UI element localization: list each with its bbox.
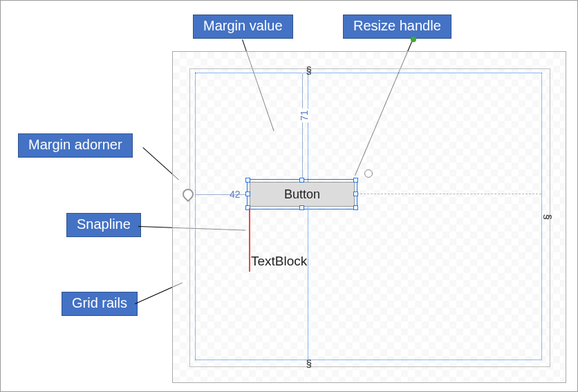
margin-line-top: [302, 73, 303, 182]
margin-stop: [195, 190, 196, 198]
grid-rail-grip-icon[interactable]: §: [306, 357, 312, 368]
selection-handle[interactable]: [353, 178, 358, 183]
grid-rail-grip-icon[interactable]: §: [306, 64, 312, 75]
grid-rail-grip-icon[interactable]: §: [543, 214, 554, 220]
snapline: [249, 208, 250, 272]
callout-resize-handle: Resize handle: [343, 15, 451, 39]
margin-line-left: [195, 194, 250, 195]
grid-rails[interactable]: [195, 73, 542, 360]
selection-handle[interactable]: [245, 192, 250, 196]
designer-surface[interactable]: § § § 42 71 Button TextBlock: [172, 51, 566, 383]
alignment-guide: [357, 194, 541, 194]
callout-grid-rails: Grid rails: [62, 292, 138, 316]
callout-snapline: Snapline: [66, 213, 141, 237]
selection-handle[interactable]: [353, 205, 358, 210]
selection-handle[interactable]: [353, 192, 358, 196]
selection-handle[interactable]: [245, 178, 250, 183]
selection-handle[interactable]: [299, 178, 304, 183]
margin-value-top: 71: [299, 109, 310, 122]
leader-line-endpoint-dot: [411, 37, 416, 42]
margin-value-left: 42: [230, 189, 241, 200]
callout-margin-adorner: Margin adorner: [18, 133, 133, 158]
designer-button-element[interactable]: Button: [250, 182, 355, 207]
designer-textblock-element[interactable]: TextBlock: [251, 254, 307, 269]
selection-handle[interactable]: [299, 205, 304, 210]
resize-handle-icon[interactable]: [364, 169, 373, 178]
callout-margin-value: Margin value: [193, 15, 293, 39]
